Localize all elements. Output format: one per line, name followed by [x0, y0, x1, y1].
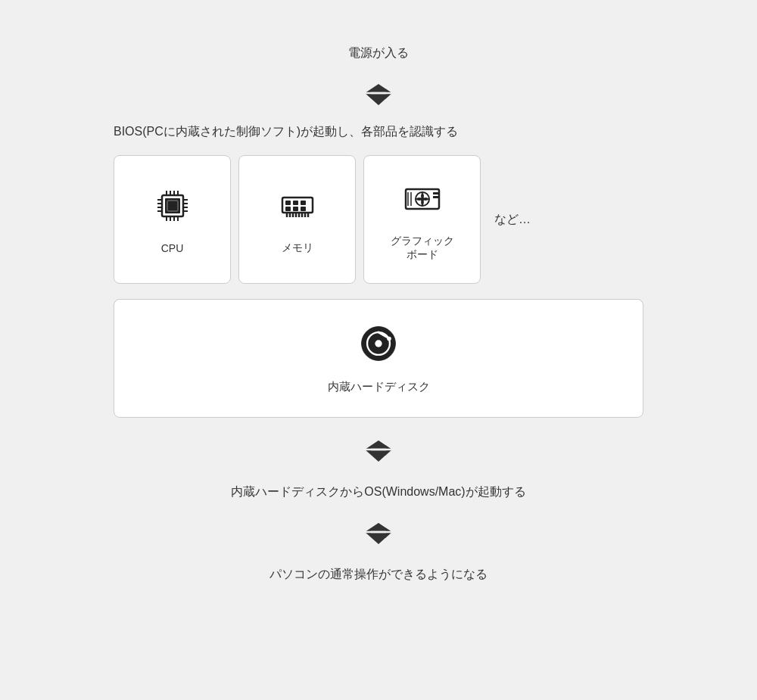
- svg-rect-28: [301, 207, 306, 211]
- svg-point-39: [420, 198, 424, 201]
- svg-rect-40: [433, 192, 439, 194]
- bios-text: BIOS(PCに内蔵された制御ソフト)が起動し、各部品を認識する: [114, 124, 643, 140]
- arrow-diamond-1: [363, 84, 394, 105]
- cpu-label: CPU: [161, 242, 184, 254]
- svg-rect-25: [301, 201, 306, 205]
- power-on-text: 電源が入る: [348, 45, 409, 61]
- hdd-box: 内蔵ハードディスク: [114, 299, 643, 418]
- arrow-diamond-3: [363, 523, 394, 544]
- cpu-box: CPU: [114, 155, 231, 284]
- gpu-box: グラフィック ボード: [363, 155, 481, 284]
- svg-rect-41: [433, 196, 439, 198]
- svg-marker-0: [365, 84, 392, 105]
- svg-rect-27: [293, 207, 298, 211]
- os-boot-text: 内蔵ハードディスクからOS(Windows/Mac)が起動する: [231, 484, 525, 500]
- memory-icon: [276, 184, 319, 232]
- normal-operation-text: パソコンの通常操作ができるようになる: [269, 567, 488, 583]
- gpu-icon: [401, 177, 444, 226]
- svg-rect-24: [293, 201, 298, 205]
- svg-rect-26: [285, 207, 291, 211]
- memory-label: メモリ: [282, 241, 313, 255]
- svg-marker-52: [365, 523, 392, 544]
- svg-marker-49: [365, 440, 392, 462]
- component-boxes: CPU: [114, 155, 481, 284]
- hdd-icon: [357, 322, 400, 371]
- gpu-label: グラフィック ボード: [391, 235, 454, 262]
- etc-text: など…: [494, 212, 531, 228]
- cpu-icon: [151, 185, 194, 233]
- arrow-diamond-2: [363, 440, 394, 462]
- memory-box: メモリ: [238, 155, 356, 284]
- svg-rect-23: [285, 201, 291, 205]
- svg-point-48: [387, 337, 391, 341]
- hdd-label: 内蔵ハードディスク: [328, 380, 430, 394]
- svg-point-46: [375, 340, 382, 347]
- components-row: CPU: [114, 155, 643, 284]
